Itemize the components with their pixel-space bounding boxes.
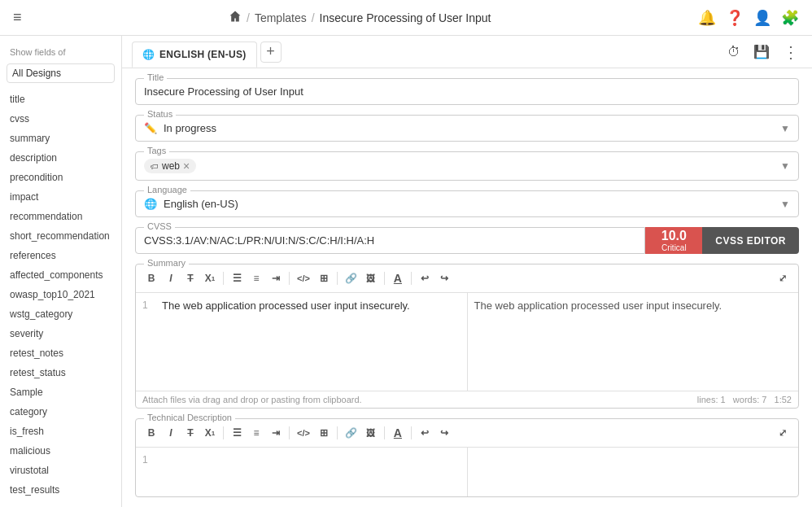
td-undo-button[interactable]: ↩ [416,424,434,442]
sidebar-item-is-fresh[interactable]: is_fresh [0,422,121,441]
tag-web-remove[interactable]: × [183,160,190,172]
td-redo-button[interactable]: ↪ [435,424,453,442]
pencil-icon: ✏️ [144,122,157,134]
home-icon[interactable] [229,10,242,25]
td-indent-button[interactable]: ⇥ [267,424,285,442]
sidebar-item-virustotal[interactable]: virustotal [0,461,121,480]
td-toolbar-sep3 [337,426,338,439]
tab-english[interactable]: 🌐 ENGLISH (EN-US) [132,42,257,68]
breadcrumb-templates[interactable]: Templates [255,11,307,24]
cvss-input-wrap: CVSS [135,227,645,254]
hamburger-icon[interactable]: ≡ [13,9,22,26]
sidebar-item-title[interactable]: title [0,90,121,109]
status-dropdown[interactable]: ✏️ In progress ▼ [144,122,790,134]
sidebar-item-affected-components[interactable]: affected_components [0,265,121,285]
unordered-list-button[interactable]: ☰ [228,269,246,287]
strikethrough-button[interactable]: T [181,269,199,287]
td-toolbar-sep5 [411,426,412,439]
sidebar-item-category[interactable]: category [0,402,121,422]
toolbar-sep3 [337,272,338,285]
tags-container: 🏷 web × [144,159,196,173]
link-button[interactable]: 🔗 [342,269,360,287]
td-toolbar-right: ⤢ [774,424,792,442]
summary-editor-preview: The web application processed user input… [468,293,799,391]
tech-desc-editor-preview [468,448,799,496]
sidebar-item-precondition[interactable]: precondition [0,168,121,187]
bold-button[interactable]: B [142,269,160,287]
sidebar-item-malicious[interactable]: malicious [0,441,121,461]
td-expand-button[interactable]: ⤢ [774,424,792,442]
history-button[interactable]: ⏱ [724,43,744,61]
puzzle-icon[interactable]: 🧩 [781,9,799,27]
top-nav: ≡ / Templates / Insecure Processing of U… [0,0,812,36]
italic-button[interactable]: I [162,269,180,287]
save-button[interactable]: 💾 [750,42,773,61]
summary-editor-left[interactable]: 1 The web application processed user inp… [136,293,468,391]
td-code-button[interactable]: </> [294,424,313,442]
toolbar-sep2 [289,272,290,285]
td-italic-button[interactable]: I [162,424,180,442]
language-dropdown[interactable]: 🌐 English (en-US) ▼ [144,198,790,210]
cvss-editor-button[interactable]: CVSS EDITOR [702,227,799,254]
image-button[interactable]: 🖼 [362,269,380,287]
sidebar-item-recommendation[interactable]: recommendation [0,207,121,226]
superscript-button[interactable]: X1 [201,269,219,287]
td-superscript-button[interactable]: X1 [201,424,219,442]
sidebar-item-owasp[interactable]: owasp_top10_2021 [0,285,121,304]
td-image-button[interactable]: 🖼 [362,424,380,442]
language-icon: 🌐 [144,198,157,210]
td-ul-button[interactable]: ☰ [228,424,246,442]
cvss-input[interactable] [144,234,636,247]
format-button[interactable]: A [389,269,407,287]
td-table-button[interactable]: ⊞ [315,424,333,442]
sidebar-item-wstg[interactable]: wstg_category [0,304,121,324]
breadcrumb-sep2: / [312,11,315,24]
indent-button[interactable]: ⇥ [267,269,285,287]
sidebar-item-summary[interactable]: summary [0,129,121,148]
tech-desc-editor-left[interactable]: 1 [136,448,468,496]
sidebar-item-description[interactable]: description [0,148,121,168]
sidebar-item-references[interactable]: references [0,246,121,265]
sidebar-item-retest-status[interactable]: retest_status [0,363,121,382]
language-field-group: Language 🌐 English (en-US) ▼ [135,190,799,217]
user-icon[interactable]: 👤 [753,9,771,27]
redo-button[interactable]: ↪ [435,269,453,287]
tech-desc-line-1: 1 [142,454,461,465]
sidebar-item-severity[interactable]: severity [0,324,121,343]
toolbar-sep5 [411,272,412,285]
tag-web-label: web [162,160,180,172]
title-label: Title [144,72,167,82]
form-area: Title Status ✏️ In progress ▼ Tags [122,68,812,507]
table-button[interactable]: ⊞ [315,269,333,287]
notifications-icon[interactable]: 🔔 [698,9,716,27]
sidebar-item-cvss[interactable]: cvss [0,109,121,129]
undo-button[interactable]: ↩ [416,269,434,287]
sidebar-item-retest-notes[interactable]: retest_notes [0,343,121,363]
sidebar-design-select[interactable]: All Designs [7,63,115,83]
td-ol-button[interactable]: ≡ [247,424,265,442]
tech-desc-label: Technical Description [144,413,235,422]
help-icon[interactable]: ❓ [726,9,744,27]
status-value: In progress [164,122,216,134]
title-input[interactable] [144,85,790,98]
sidebar: Show fields of All Designs title cvss su… [0,36,122,507]
td-strikethrough-button[interactable]: T [181,424,199,442]
ordered-list-button[interactable]: ≡ [247,269,265,287]
td-bold-button[interactable]: B [142,424,160,442]
summary-line-1: 1 The web application processed user inp… [142,299,461,312]
sidebar-item-impact[interactable]: impact [0,187,121,207]
tab-actions: ⏱ 💾 ⋮ [724,41,802,63]
sidebar-item-short-recommendation[interactable]: short_recommendation [0,226,121,246]
more-options-button[interactable]: ⋮ [779,41,802,63]
expand-button[interactable]: ⤢ [774,269,792,287]
sidebar-item-test-results[interactable]: test_results [0,480,121,500]
toolbar-right: ⤢ [774,269,792,287]
sidebar-item-sample[interactable]: Sample [0,382,121,402]
code-button[interactable]: </> [294,269,313,287]
add-tab-button[interactable]: + [260,42,282,63]
td-link-button[interactable]: 🔗 [342,424,360,442]
content-area: 🌐 ENGLISH (EN-US) + ⏱ 💾 ⋮ Title Status [122,36,812,507]
td-format-button[interactable]: A [389,424,407,442]
cvss-rating: Critical [661,243,687,252]
tags-label: Tags [144,146,169,155]
